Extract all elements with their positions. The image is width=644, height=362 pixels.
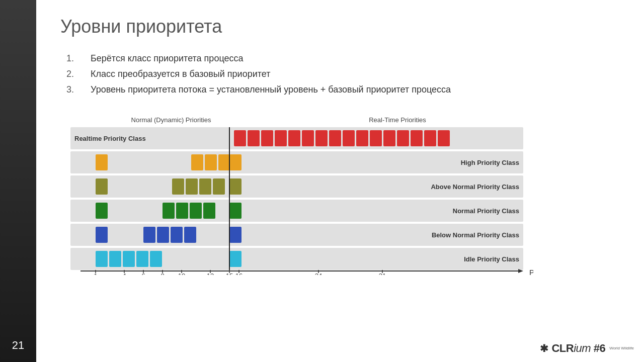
- svg-rect-21: [96, 178, 108, 195]
- row-high-bg: [70, 151, 523, 173]
- svg-rect-29: [176, 203, 188, 219]
- main-content: Уровни приоритета 1. Берётся класс приор…: [36, 0, 644, 362]
- svg-rect-34: [143, 227, 155, 243]
- row-high-label: High Priority Class: [461, 159, 519, 166]
- row-idle-label: Idle Priority Class: [464, 255, 519, 263]
- svg-rect-15: [438, 130, 450, 146]
- x-tick-31: 31: [379, 272, 386, 275]
- list-item-2: 2. Класс преобразуется в базовый приорит…: [66, 69, 620, 79]
- logo-text: CLRium #6: [551, 342, 605, 355]
- svg-rect-3: [275, 130, 287, 146]
- svg-rect-18: [205, 154, 217, 170]
- list-text-2: Класс преобразуется в базовый приоритет: [91, 69, 270, 79]
- svg-rect-8: [343, 130, 355, 146]
- slide-number: 21: [12, 339, 24, 352]
- svg-rect-2: [261, 130, 273, 146]
- list-text-3: Уровень приоритета потока = установленны…: [91, 84, 451, 95]
- x-tick-4: 4: [122, 272, 126, 275]
- list-item-1: 1. Берётся класс приоритета процесса: [66, 53, 620, 64]
- sidebar: 21: [0, 0, 36, 362]
- label-normal: Normal (Dynamic) Priorities: [131, 116, 211, 124]
- svg-rect-39: [96, 251, 108, 267]
- svg-rect-5: [302, 130, 314, 146]
- svg-rect-41: [123, 251, 135, 267]
- svg-rect-27: [96, 203, 108, 219]
- svg-rect-6: [315, 130, 328, 146]
- svg-rect-31: [203, 203, 215, 219]
- x-tick-1: 1: [94, 272, 97, 275]
- svg-rect-0: [234, 130, 246, 146]
- svg-rect-42: [136, 251, 148, 267]
- logo-sub-1: World Wildlife: [609, 346, 634, 350]
- svg-rect-26: [229, 178, 242, 195]
- priority-label: Priority: [529, 268, 533, 275]
- svg-rect-23: [186, 178, 198, 195]
- svg-rect-36: [171, 227, 183, 243]
- x-tick-10: 10: [178, 272, 185, 275]
- svg-rect-24: [199, 178, 211, 195]
- svg-rect-7: [329, 130, 341, 146]
- svg-rect-17: [191, 154, 203, 170]
- row-normal-label: Normal Priority Class: [453, 207, 519, 215]
- svg-rect-4: [288, 130, 300, 146]
- svg-rect-12: [397, 130, 409, 146]
- svg-rect-10: [370, 130, 382, 146]
- svg-rect-35: [157, 227, 169, 243]
- logo-icon: ✱: [540, 342, 548, 354]
- label-realtime: Real-Time Priorities: [369, 116, 426, 124]
- svg-rect-16: [96, 154, 108, 170]
- row-realtime-label: Realtime Priority Class: [74, 135, 146, 142]
- svg-rect-43: [150, 251, 162, 267]
- list-num-3: 3.: [66, 84, 78, 95]
- list-num-2: 2.: [66, 69, 78, 79]
- svg-rect-40: [109, 251, 121, 267]
- x-tick-6: 6: [141, 272, 145, 275]
- x-tick-24: 24: [315, 272, 322, 275]
- svg-rect-14: [424, 130, 436, 146]
- svg-rect-38: [229, 227, 242, 243]
- list-item-3: 3. Уровень приоритета потока = установле…: [66, 84, 620, 95]
- row-above-label: Above Normal Priority Class: [431, 183, 519, 191]
- row-below-label: Below Normal Priority Class: [432, 231, 519, 239]
- svg-rect-28: [163, 203, 175, 219]
- list-text-1: Берётся класс приоритета процесса: [91, 53, 244, 64]
- svg-rect-11: [383, 130, 395, 146]
- footer-logo: ✱ CLRium #6 World Wildlife: [540, 342, 634, 355]
- x-tick-16: 16: [235, 272, 243, 275]
- svg-rect-44: [229, 251, 242, 267]
- x-tick-15: 15: [226, 272, 233, 275]
- svg-rect-9: [356, 130, 368, 146]
- svg-rect-22: [172, 178, 184, 195]
- page-title: Уровни приоритета: [60, 16, 620, 37]
- x-tick-8: 8: [160, 272, 164, 275]
- svg-rect-30: [190, 203, 202, 219]
- svg-rect-1: [248, 130, 260, 146]
- svg-rect-33: [96, 227, 108, 243]
- svg-rect-19: [218, 154, 230, 170]
- x-tick-13: 13: [207, 272, 214, 275]
- list-num-1: 1.: [66, 53, 78, 64]
- svg-rect-13: [411, 130, 423, 146]
- svg-rect-37: [184, 227, 196, 243]
- svg-rect-32: [229, 203, 242, 219]
- list-items: 1. Берётся класс приоритета процесса 2. …: [66, 53, 620, 100]
- svg-rect-25: [213, 178, 225, 195]
- svg-rect-20: [229, 154, 242, 170]
